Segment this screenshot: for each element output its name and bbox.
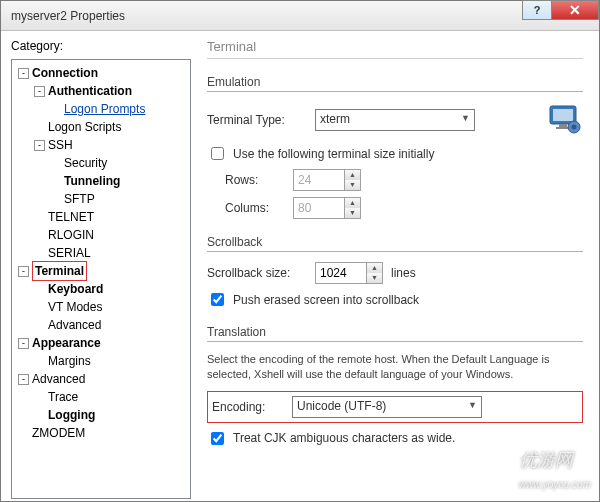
expand-icon[interactable]: - [18,68,29,79]
cjk-label: Treat CJK ambiguous characters as wide. [233,431,455,445]
tree-logging[interactable]: Logging [48,406,95,424]
use-size-checkbox[interactable] [211,147,224,160]
spin-up-icon[interactable]: ▲ [367,263,382,273]
tree-vt-modes[interactable]: VT Modes [48,298,102,316]
scrollback-input[interactable] [316,263,366,283]
terminal-type-select[interactable]: xterm [315,109,475,131]
title-bar[interactable]: myserver2 Properties ? ✕ [1,1,599,31]
encoding-label: Encoding: [212,400,282,414]
tree-authentication[interactable]: Authentication [48,82,132,100]
tree-advanced2[interactable]: Advanced [32,370,85,388]
rows-label: Rows: [225,173,285,187]
group-translation: Translation [207,325,583,339]
group-scrollback: Scrollback [207,235,583,249]
expand-icon[interactable]: - [18,338,29,349]
tree-appearance[interactable]: Appearance [32,334,101,352]
category-tree[interactable]: -Connection -Authentication Logon Prompt… [11,59,191,499]
spin-down-icon[interactable]: ▼ [367,273,382,283]
panel-title: Terminal [207,39,583,59]
tree-logon-prompts[interactable]: Logon Prompts [64,100,145,118]
tree-connection[interactable]: Connection [32,64,98,82]
tree-sftp[interactable]: SFTP [64,190,95,208]
tree-logon-scripts[interactable]: Logon Scripts [48,118,121,136]
use-size-label: Use the following terminal size initiall… [233,147,434,161]
spin-down-icon[interactable]: ▼ [345,180,360,190]
push-erased-label: Push erased screen into scrollback [233,293,419,307]
rows-spinner[interactable]: ▲▼ [293,169,361,191]
expand-icon[interactable]: - [18,374,29,385]
encoding-row-highlight: Encoding: Unicode (UTF-8) [207,391,583,423]
category-label: Category: [11,39,191,53]
settings-panel: Terminal Emulation Terminal Type: xterm … [201,39,589,491]
rows-input[interactable] [294,170,344,190]
scrollback-size-label: Scrollback size: [207,266,307,280]
tree-margins[interactable]: Margins [48,352,91,370]
translation-desc: Select the encoding of the remote host. … [207,352,583,383]
cols-spinner[interactable]: ▲▼ [293,197,361,219]
cols-input[interactable] [294,198,344,218]
cjk-checkbox[interactable] [211,432,224,445]
expand-icon[interactable]: - [34,86,45,97]
close-button[interactable]: ✕ [551,0,599,20]
encoding-select[interactable]: Unicode (UTF-8) [292,396,482,418]
spin-up-icon[interactable]: ▲ [345,170,360,180]
expand-icon[interactable]: - [18,266,29,277]
tree-trace[interactable]: Trace [48,388,78,406]
group-emulation: Emulation [207,75,583,89]
tree-security[interactable]: Security [64,154,107,172]
tree-terminal[interactable]: Terminal [32,261,87,281]
tree-advanced[interactable]: Advanced [48,316,101,334]
terminal-type-label: Terminal Type: [207,113,307,127]
tree-zmodem[interactable]: ZMODEM [32,424,85,442]
spin-up-icon[interactable]: ▲ [345,198,360,208]
spin-down-icon[interactable]: ▼ [345,208,360,218]
tree-serial[interactable]: SERIAL [48,244,91,262]
tree-rlogin[interactable]: RLOGIN [48,226,94,244]
cols-label: Colums: [225,201,285,215]
tree-ssh[interactable]: SSH [48,136,73,154]
svg-rect-2 [559,124,567,127]
window-title: myserver2 Properties [11,9,125,23]
svg-rect-1 [553,109,573,121]
scrollback-spinner[interactable]: ▲▼ [315,262,383,284]
tree-tunneling[interactable]: Tunneling [64,172,120,190]
tree-telnet[interactable]: TELNET [48,208,94,226]
push-erased-checkbox[interactable] [211,293,224,306]
help-button[interactable]: ? [522,0,552,20]
scrollback-unit: lines [391,266,416,280]
properties-dialog: myserver2 Properties ? ✕ Category: -Conn… [0,0,600,502]
svg-point-5 [572,125,577,130]
tree-keyboard[interactable]: Keyboard [48,280,103,298]
terminal-icon [547,102,583,138]
expand-icon[interactable]: - [34,140,45,151]
